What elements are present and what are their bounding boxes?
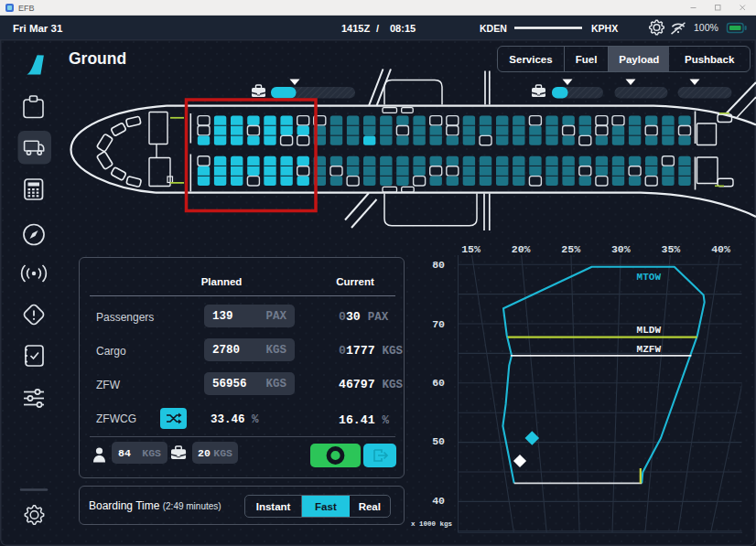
svg-text:Ground: Ground [69,49,126,68]
svg-text:50: 50 [432,435,445,447]
svg-text:MTOW: MTOW [637,272,662,283]
svg-text:70: 70 [432,318,445,330]
svg-text:25%: 25% [561,243,580,255]
svg-text:35%: 35% [662,243,681,255]
svg-text:80: 80 [432,259,445,271]
svg-text:15%: 15% [461,243,481,255]
svg-text:30%: 30% [611,243,631,255]
svg-text:MZFW: MZFW [637,344,662,355]
svg-text:x 1000 kgs: x 1000 kgs [411,520,453,528]
svg-text:MLDW: MLDW [637,325,662,336]
svg-text:20%: 20% [512,243,531,255]
svg-text:60: 60 [432,377,445,389]
svg-text:40: 40 [432,495,445,507]
svg-text:40%: 40% [711,243,730,255]
